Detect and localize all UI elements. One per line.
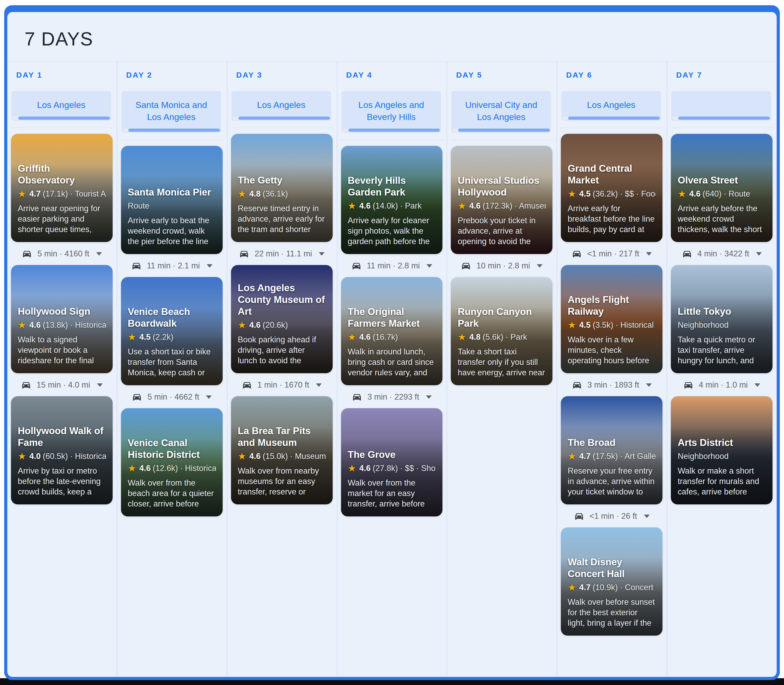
location-chip[interactable]: Universal City and Los Angeles	[451, 91, 551, 133]
transit-row[interactable]: 11 min · 2.8 mi	[341, 255, 443, 277]
location-chip-progress-fill	[678, 117, 770, 120]
location-chip[interactable]	[671, 91, 771, 121]
review-count: (36.1k)	[263, 189, 288, 199]
rating-value: 4.6	[359, 464, 370, 473]
place-card[interactable]: The Grove★4.6(27.8k)· $$ · Shoppin…Walk …	[341, 408, 443, 516]
place-rating-row: ★4.6(15.0k)· Museum	[238, 451, 326, 461]
place-card[interactable]: Grand Central Market★4.5(36.2k)· $$ · Fo…	[561, 134, 662, 242]
place-title: Grand Central Market	[568, 162, 656, 186]
place-rating-row: ★4.7(10.9k)· Concert Hall	[568, 583, 656, 592]
transit-duration-distance: 10 min · 2.8 mi	[476, 261, 530, 271]
location-chip[interactable]: Los Angeles	[232, 91, 331, 121]
place-card[interactable]: Angels Flight Railway★4.5(3.5k)· Histori…	[561, 265, 662, 373]
place-description: Reserve your free entry in advance, arri…	[568, 466, 656, 497]
transit-duration-distance: 3 min · 1893 ft	[588, 380, 639, 390]
transit-duration-distance: 22 min · 11.1 mi	[255, 249, 312, 258]
rating-value: 4.6	[249, 451, 261, 461]
transit-row[interactable]: 4 min · 3422 ft	[671, 242, 773, 265]
transit-row[interactable]: 5 min · 4160 ft	[11, 242, 113, 265]
rating-value: 4.6	[359, 201, 370, 211]
place-title: The Original Farmers Market	[348, 306, 436, 329]
place-card-overlay: Hollywood Walk of Fame★4.0(60.5k)· Histo…	[11, 396, 113, 505]
review-count: (13.8k)	[42, 320, 68, 330]
transit-row[interactable]: 11 min · 2.1 mi	[121, 255, 222, 277]
place-card[interactable]: Beverly Hills Garden Park★4.6(14.0k)· Pa…	[341, 146, 443, 254]
location-chip[interactable]: Los Angeles	[11, 91, 111, 121]
place-category: · Route	[724, 189, 750, 199]
transit-row[interactable]: 3 min · 2293 ft	[341, 386, 443, 408]
place-card[interactable]: The Broad★4.7(17.5k)· Art GalleryReserve…	[561, 396, 662, 505]
place-card[interactable]: Venice Beach Boardwalk★4.5(2.2k)Use a sh…	[121, 277, 222, 385]
place-card[interactable]: The Getty★4.8(36.1k)Reserve timed entry …	[231, 134, 333, 242]
place-description: Use a short taxi or bike transfer from S…	[128, 347, 216, 378]
transit-duration-distance: 3 min · 2293 ft	[367, 392, 419, 402]
location-chip-progress-track	[13, 117, 110, 120]
place-category: · Historical La…	[70, 320, 106, 330]
place-card[interactable]: Runyon Canyon Park★4.8(5.6k)· ParkTake a…	[451, 277, 552, 385]
place-card-overlay: La Brea Tar Pits and Museum★4.6(15.0k)· …	[231, 396, 333, 505]
place-rating-row: ★4.6(16.7k)	[348, 333, 436, 342]
location-chip[interactable]: Los Angeles	[562, 91, 661, 121]
place-category: · $$ · Food Co…	[620, 189, 656, 199]
place-title: Venice Beach Boardwalk	[128, 306, 216, 329]
place-card[interactable]: Hollywood Sign★4.6(13.8k)· Historical La…	[11, 265, 113, 373]
day-label: DAY 3	[227, 67, 337, 80]
location-chip-progress-track	[562, 117, 660, 120]
caret-down-icon	[427, 264, 432, 268]
star-icon: ★	[568, 189, 576, 199]
place-card[interactable]: La Brea Tar Pits and Museum★4.6(15.0k)· …	[231, 396, 333, 505]
transit-row[interactable]: 1 min · 1670 ft	[231, 374, 333, 396]
transit-duration-distance: <1 min · 26 ft	[589, 511, 637, 521]
star-icon: ★	[238, 451, 246, 461]
place-rating-row: ★4.6(172.3k)· Amusement…	[458, 201, 545, 211]
transit-duration-distance: 1 min · 1670 ft	[257, 380, 309, 390]
transit-row[interactable]: 5 min · 4662 ft	[121, 386, 222, 408]
rating-value: 4.6	[469, 201, 480, 211]
app-window-frame: 7 DAYS DAY 1Los AngelesGriffith Observat…	[4, 5, 780, 680]
review-count: (10.9k)	[593, 583, 618, 592]
transit-row[interactable]: <1 min · 217 ft	[561, 242, 662, 265]
place-description: Prebook your ticket in advance, arrive a…	[458, 215, 545, 247]
itinerary-screen: 7 DAYS DAY 1Los AngelesGriffith Observat…	[0, 0, 784, 685]
star-icon: ★	[678, 189, 686, 199]
place-rating-row: ★4.5(36.2k)· $$ · Food Co…	[568, 189, 656, 199]
place-title: Beverly Hills Garden Park	[348, 175, 436, 198]
star-icon: ★	[18, 451, 26, 461]
place-card[interactable]: Arts DistrictNeighborhoodWalk or make a …	[671, 396, 773, 505]
star-icon: ★	[568, 451, 576, 461]
location-chip[interactable]: Los Angeles and Beverly Hills	[342, 91, 441, 133]
location-chip[interactable]: Santa Monica and Los Angeles	[122, 91, 221, 133]
place-card[interactable]: Santa Monica PierRouteArrive early to be…	[121, 146, 222, 254]
day-label: DAY 4	[338, 67, 447, 80]
place-card[interactable]: Griffith Observatory★4.7(17.1k)· Tourist…	[11, 134, 113, 242]
day-column-3: DAY 3Los AngelesThe Getty★4.8(36.1k)Rese…	[227, 62, 338, 677]
place-card[interactable]: Olvera Street★4.6(640)· RouteArrive earl…	[671, 134, 773, 242]
place-rating-row: ★4.5(2.2k)	[128, 333, 216, 342]
location-chip-progress-fill	[458, 128, 550, 132]
transit-row[interactable]: 4 min · 1.0 mi	[671, 374, 773, 396]
transit-row[interactable]: 15 min · 4.0 mi	[11, 374, 113, 396]
place-card[interactable]: Little TokyoNeighborhoodTake a quick met…	[671, 265, 773, 373]
car-icon	[682, 248, 692, 259]
place-card[interactable]: Venice Canal Historic District★4.6(12.6k…	[121, 408, 222, 516]
place-card[interactable]: Hollywood Walk of Fame★4.0(60.5k)· Histo…	[11, 396, 113, 505]
rating-value: 4.6	[29, 320, 41, 330]
caret-down-icon	[96, 252, 102, 256]
place-category: · Art Gallery	[620, 451, 656, 461]
transit-row[interactable]: 10 min · 2.8 mi	[451, 255, 552, 277]
location-chip-label: Los Angeles	[587, 100, 635, 110]
place-card[interactable]: The Original Farmers Market★4.6(16.7k)Wa…	[341, 277, 443, 385]
place-card[interactable]: Walt Disney Concert Hall★4.7(10.9k)· Con…	[561, 528, 662, 636]
review-count: (17.1k)	[42, 189, 68, 199]
caret-down-icon	[537, 264, 542, 268]
car-icon	[131, 261, 142, 271]
place-card[interactable]: Universal Studios Hollywood★4.6(172.3k)·…	[451, 146, 552, 254]
transit-row[interactable]: 22 min · 11.1 mi	[231, 242, 333, 265]
transit-row[interactable]: 3 min · 1893 ft	[561, 374, 662, 396]
place-description: Reserve timed entry in advance, arrive e…	[238, 203, 326, 235]
transit-row[interactable]: <1 min · 26 ft	[561, 505, 662, 528]
place-rating-row: ★4.8(36.1k)	[238, 189, 326, 199]
place-title: Little Tokyo	[678, 305, 766, 317]
place-card[interactable]: Los Angeles County Museum of Art★4.6(20.…	[231, 265, 333, 373]
rating-value: 4.8	[249, 189, 261, 199]
